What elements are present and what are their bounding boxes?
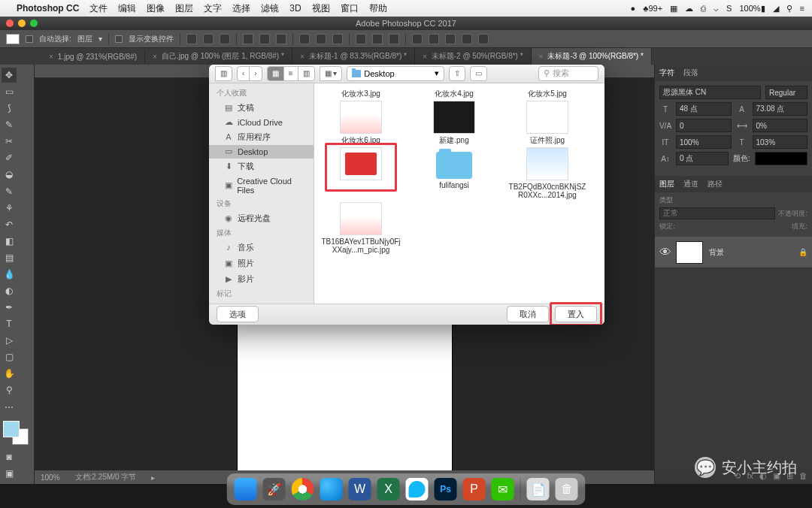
distribute-icon[interactable] [356, 34, 366, 44]
shape-tool[interactable]: ▢ [2, 349, 17, 364]
sogou-icon[interactable]: S [726, 4, 732, 13]
healing-tool[interactable]: ◒ [2, 167, 17, 182]
forward-button[interactable]: › [249, 66, 262, 81]
move-tool[interactable]: ✥ [2, 68, 17, 83]
vscale-field[interactable]: 100% [676, 135, 732, 149]
document-tab[interactable]: ×自己.jpg @ 100% (图层 1, RGB/8#) * [145, 48, 292, 65]
distribute-icon[interactable] [316, 34, 326, 44]
brush-tool[interactable]: ✎ [2, 184, 17, 199]
menu-image[interactable]: 图像 [147, 2, 165, 15]
close-tab-icon[interactable]: × [539, 53, 544, 61]
menu-window[interactable]: 窗口 [341, 2, 359, 15]
type-tool[interactable]: T [2, 316, 17, 331]
file-item[interactable]: 证件照.jpg [507, 101, 588, 144]
hand-tool[interactable]: ✋ [2, 366, 17, 381]
sidebar-item-desktop[interactable]: ▭Desktop [209, 145, 314, 159]
dock-chrome[interactable] [292, 478, 314, 500]
file-item[interactable]: 化妆水5.jpg [507, 89, 588, 98]
font-size-field[interactable]: 48 点 [676, 102, 732, 116]
back-button[interactable]: ‹ [237, 66, 250, 81]
search-field[interactable]: ⚲ 搜索 [538, 66, 598, 81]
menu-list-icon[interactable]: ≡ [800, 4, 804, 13]
menu-file[interactable]: 文件 [89, 2, 108, 15]
color-swatches[interactable] [2, 421, 32, 448]
file-item-selected[interactable] [320, 147, 401, 199]
arrange-button[interactable]: ▦ ▾ [320, 66, 343, 81]
3d-mode-icon[interactable] [478, 34, 489, 44]
sidebar-item-music[interactable]: ♪音乐 [209, 240, 314, 256]
sidebar-toggle-icon[interactable]: ▥ [215, 66, 232, 81]
marquee-tool[interactable]: ▭ [2, 84, 17, 99]
doc-size[interactable]: 文档:2.25M/0 字节 [75, 472, 137, 482]
dock-wechat[interactable]: ✉ [492, 478, 514, 500]
dock-finder[interactable] [235, 478, 257, 500]
file-item[interactable]: 化妆水4.jpg [414, 89, 495, 98]
font-family-field[interactable]: 思源黑体 CN [659, 86, 761, 99]
dock-powerpoint[interactable]: P [463, 478, 486, 500]
file-item-folder[interactable]: fulifangsi [414, 147, 495, 199]
layer-thumbnail[interactable] [676, 241, 703, 264]
foreground-color[interactable] [3, 421, 20, 437]
blur-tool[interactable]: 💧 [2, 267, 17, 282]
3d-mode-icon[interactable] [429, 34, 439, 44]
paragraph-tab[interactable]: 段落 [683, 68, 698, 78]
menu-view[interactable]: 视图 [312, 2, 330, 15]
menu-3d[interactable]: 3D [289, 3, 301, 14]
options-button[interactable]: 选项 [217, 306, 259, 322]
menu-edit[interactable]: 编辑 [118, 2, 136, 15]
auto-select-target[interactable]: 图层 [77, 34, 92, 44]
app-name[interactable]: Photoshop CC [17, 3, 79, 14]
maximize-window-button[interactable] [30, 20, 38, 27]
menu-filter[interactable]: 滤镜 [261, 2, 279, 15]
path-select-tool[interactable]: ▷ [2, 333, 17, 348]
close-tab-icon[interactable]: × [49, 53, 53, 61]
clone-tool[interactable]: ⚘ [2, 201, 17, 216]
3d-mode-icon[interactable] [412, 34, 423, 44]
tool-preset-icon[interactable] [6, 34, 20, 44]
distribute-icon[interactable] [389, 34, 399, 44]
wifi-icon[interactable]: ⌵ [714, 4, 719, 14]
minimize-window-button[interactable] [18, 20, 26, 27]
status-chevron-icon[interactable]: ▸ [151, 473, 155, 482]
dropdown-icon[interactable]: ▾ [98, 35, 102, 43]
zoom-level[interactable]: 100% [41, 473, 60, 482]
document-tab-active[interactable]: ×未标题-3 @ 100%(RGB/8*) * [532, 48, 652, 65]
view-icon-button[interactable]: ▦ [267, 66, 284, 81]
edit-toolbar[interactable]: ⋯ [2, 400, 17, 415]
blend-mode-field[interactable]: 正常 [659, 207, 775, 219]
grid-icon[interactable]: ▦ [670, 4, 677, 14]
lasso-tool[interactable]: ⟆ [2, 101, 17, 116]
document-tab[interactable]: ×1.jpg @ 231%(RGB/8#) [41, 50, 145, 64]
cloud-icon[interactable]: ☁ [685, 4, 693, 14]
distribute-icon[interactable] [332, 34, 343, 44]
battery-status[interactable]: 100% ▮ [739, 4, 765, 14]
notification-badge[interactable]: ♣ 99+ [643, 4, 662, 13]
lock-icon[interactable]: 🔒 [798, 248, 807, 256]
distribute-icon[interactable] [299, 34, 310, 44]
gradient-tool[interactable]: ▤ [2, 250, 17, 265]
align-icon[interactable] [186, 34, 197, 44]
spotlight-icon[interactable]: ⚲ [786, 4, 792, 14]
layers-tab[interactable]: 图层 [659, 179, 674, 189]
layer-row-background[interactable]: 👁 背景 🔒 [655, 237, 812, 268]
pen-tool[interactable]: ✒ [2, 300, 17, 315]
dock-photoshop[interactable]: Ps [435, 478, 457, 500]
dock-browser[interactable] [320, 478, 343, 500]
sidebar-item-photos[interactable]: ▣照片 [209, 256, 314, 271]
sidebar-item-apps[interactable]: A应用程序 [209, 129, 314, 145]
document-tab[interactable]: ×未标题-1 @ 83.3%(RGB/8*) * [292, 48, 415, 65]
paths-tab[interactable]: 路径 [707, 179, 723, 189]
menu-select[interactable]: 选择 [232, 2, 250, 15]
location-dropdown[interactable]: Desktop ▾ [347, 66, 444, 81]
dock-qq[interactable] [406, 478, 429, 500]
view-column-button[interactable]: ▥ [298, 66, 315, 81]
quick-select-tool[interactable]: ✎ [2, 117, 17, 132]
file-item[interactable]: TB2FQdBX0cnBKNjSZR0XXc...2014.jpg [507, 147, 588, 199]
close-window-button[interactable] [6, 20, 14, 27]
distribute-icon[interactable] [372, 34, 383, 44]
menu-extras-icon[interactable]: ◢ [773, 4, 779, 14]
zoom-tool[interactable]: ⚲ [2, 383, 17, 398]
align-icon[interactable] [259, 34, 270, 44]
cancel-button[interactable]: 取消 [507, 306, 549, 322]
document-tab[interactable]: ×未标题-2 @ 50%(RGB/8*) * [415, 48, 532, 65]
